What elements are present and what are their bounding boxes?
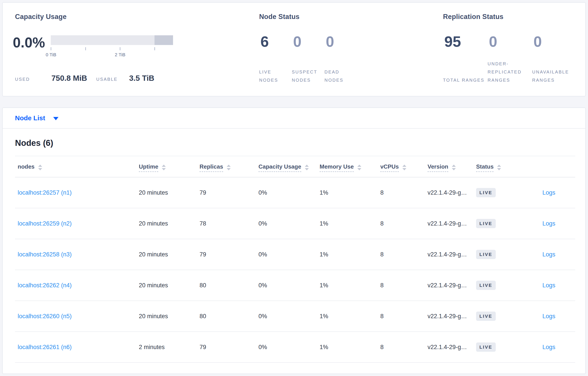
node-link[interactable]: localhost:26258 (n3): [18, 251, 72, 258]
capacity-usage-title: Capacity Usage: [15, 12, 257, 21]
column-header-replicas[interactable]: Replicas: [200, 163, 258, 170]
memory-cell: 1%: [320, 220, 380, 227]
table-row: localhost:26261 (n6) 2 minutes 79 0% 1% …: [15, 332, 575, 363]
status-badge: LIVE: [476, 312, 496, 321]
capacity-usage-stats: USED 750.8 MiB USABLE 3.5 TiB: [15, 74, 257, 83]
memory-cell: 1%: [320, 313, 380, 320]
node-link[interactable]: localhost:26261 (n6): [18, 344, 72, 350]
column-header-status[interactable]: Status: [476, 163, 534, 170]
dead-nodes-label: DEAD NODES: [325, 68, 357, 84]
version-cell: v22.1.4-29-g…: [428, 220, 476, 227]
node-link[interactable]: localhost:26260 (n5): [18, 313, 72, 320]
sort-icon: [452, 165, 456, 170]
replication-status-panel: Replication Status 95 TOTAL RANGES 0 UND…: [441, 3, 585, 96]
capacity-cell: 0%: [258, 344, 320, 351]
nodes-table-section: Nodes (6) nodes Uptime Replicas Capacity…: [3, 138, 585, 372]
total-ranges-label: TOTAL RANGES: [443, 76, 488, 84]
under-replicated-ranges-stat: 0 UNDER-REPLICATED RANGES: [488, 33, 532, 84]
table-row: localhost:26257 (n1) 20 minutes 79 0% 1%…: [15, 178, 575, 208]
logs-link[interactable]: Logs: [542, 189, 555, 196]
status-badge: LIVE: [476, 250, 496, 259]
column-header-memory-use[interactable]: Memory Use: [320, 163, 380, 170]
table-row: localhost:26260 (n5) 20 minutes 80 0% 1%…: [15, 301, 575, 332]
dead-nodes-stat: 0 DEAD NODES: [325, 33, 357, 84]
node-link[interactable]: localhost:26262 (n4): [18, 282, 72, 289]
unavailable-ranges-value: 0: [532, 33, 577, 49]
version-cell: v22.1.4-29-g…: [428, 189, 476, 196]
chevron-down-icon: [53, 117, 59, 120]
logs-link[interactable]: Logs: [542, 344, 555, 350]
axis-tick-label: 0 TiB: [46, 52, 56, 57]
column-header-vcpus[interactable]: vCPUs: [380, 163, 428, 170]
node-link[interactable]: localhost:26259 (n2): [18, 220, 72, 227]
column-header-capacity-usage[interactable]: Capacity Usage: [258, 163, 320, 170]
used-label: USED: [15, 77, 52, 82]
version-cell: v22.1.4-29-g…: [428, 344, 476, 351]
under-replicated-ranges-value: 0: [488, 33, 532, 49]
axis-tick: [51, 47, 51, 50]
logs-link[interactable]: Logs: [542, 251, 555, 258]
node-status-panel: Node Status 6 LIVE NODES 0 SUSPECT NODES…: [257, 3, 441, 96]
axis-tick: [120, 47, 120, 50]
capacity-usage-gauge: 0.0% 0 TiB 2 TiB: [13, 31, 257, 60]
sort-icon: [38, 165, 42, 170]
uptime-cell: 20 minutes: [139, 189, 200, 196]
vcpus-cell: 8: [380, 344, 428, 351]
axis-tick-label: 2 TiB: [115, 52, 125, 57]
memory-cell: 1%: [320, 282, 380, 289]
status-badge: LIVE: [476, 281, 496, 290]
capacity-bar-track: [51, 35, 173, 45]
status-badge: LIVE: [476, 188, 496, 197]
uptime-cell: 20 minutes: [139, 313, 200, 320]
capacity-bar-segment: [155, 35, 173, 45]
suspect-nodes-value: 0: [292, 33, 325, 49]
column-header-uptime[interactable]: Uptime: [139, 163, 200, 170]
axis-tick: [155, 47, 155, 50]
capacity-cell: 0%: [258, 220, 320, 227]
node-status-stats: 6 LIVE NODES 0 SUSPECT NODES 0 DEAD NODE…: [257, 33, 441, 84]
version-cell: v22.1.4-29-g…: [428, 282, 476, 289]
node-list-dropdown[interactable]: Node List: [3, 108, 585, 129]
node-status-title: Node Status: [259, 12, 441, 21]
capacity-cell: 0%: [258, 282, 320, 289]
sort-icon: [162, 165, 166, 170]
used-value: 750.8 MiB: [52, 74, 96, 83]
capacity-usage-panel: Capacity Usage 0.0% 0 TiB 2 TiB USED 7: [3, 3, 257, 96]
usable-value: 3.5 TiB: [129, 74, 154, 83]
capacity-cell: 0%: [258, 313, 320, 320]
logs-link[interactable]: Logs: [542, 220, 555, 227]
column-header-nodes[interactable]: nodes: [15, 163, 139, 170]
replicas-cell: 79: [200, 344, 258, 351]
sort-icon: [305, 165, 309, 170]
vcpus-cell: 8: [380, 313, 428, 320]
uptime-cell: 20 minutes: [139, 220, 200, 227]
sort-icon: [227, 165, 231, 170]
usable-label: USABLE: [96, 77, 129, 82]
column-header-version[interactable]: Version: [428, 163, 476, 170]
suspect-nodes-label: SUSPECT NODES: [292, 68, 325, 84]
sort-icon: [357, 165, 361, 170]
total-ranges-stat: 95 TOTAL RANGES: [443, 33, 488, 84]
vcpus-cell: 8: [380, 220, 428, 227]
memory-cell: 1%: [320, 189, 380, 196]
replication-status-title: Replication Status: [443, 12, 585, 21]
under-replicated-ranges-label: UNDER-REPLICATED RANGES: [488, 60, 532, 84]
capacity-usage-bar: 0 TiB 2 TiB: [51, 31, 173, 60]
replication-status-stats: 95 TOTAL RANGES 0 UNDER-REPLICATED RANGE…: [441, 33, 585, 84]
uptime-cell: 20 minutes: [139, 282, 200, 289]
nodes-table-title: Nodes (6): [15, 138, 575, 148]
replicas-cell: 79: [200, 189, 258, 196]
sort-icon: [497, 165, 501, 170]
total-ranges-value: 95: [443, 33, 488, 49]
table-row: localhost:26262 (n4) 20 minutes 80 0% 1%…: [15, 270, 575, 301]
dead-nodes-value: 0: [325, 33, 357, 49]
logs-link[interactable]: Logs: [542, 282, 555, 289]
table-footer-space: [15, 363, 575, 372]
replicas-cell: 79: [200, 251, 258, 258]
logs-link[interactable]: Logs: [542, 313, 555, 320]
vcpus-cell: 8: [380, 189, 428, 196]
live-nodes-stat: 6 LIVE NODES: [259, 33, 292, 84]
replicas-cell: 80: [200, 282, 258, 289]
node-link[interactable]: localhost:26257 (n1): [18, 189, 72, 196]
cluster-summary-card: Capacity Usage 0.0% 0 TiB 2 TiB USED 7: [2, 2, 586, 96]
